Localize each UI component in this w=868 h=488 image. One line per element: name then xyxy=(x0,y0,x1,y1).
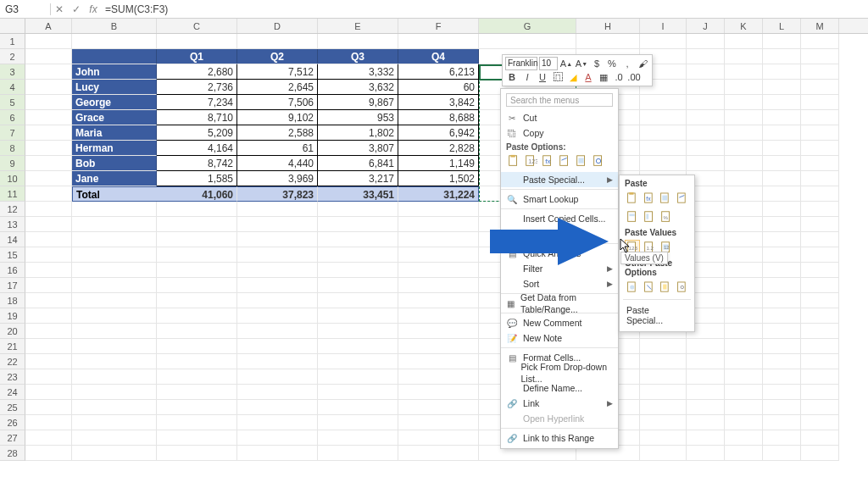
worksheet-grid[interactable]: A B C D E F G H I J K L M 1 2 Q1 Q2 Q3 Q… xyxy=(0,19,868,461)
col-header[interactable]: L xyxy=(763,19,801,33)
menu-new-note[interactable]: 📝New Note xyxy=(501,330,618,346)
menu-link-range[interactable]: 🔗Link to this Range xyxy=(501,430,618,446)
menu-new-comment[interactable]: 💬New Comment xyxy=(501,315,618,330)
underline-icon[interactable]: U xyxy=(536,70,549,84)
row-name[interactable]: George xyxy=(72,95,157,110)
increase-font-icon[interactable]: A▲ xyxy=(559,57,573,70)
data-cell[interactable]: 8,742 xyxy=(157,156,237,171)
row-header[interactable]: 1 xyxy=(0,34,25,49)
row-header[interactable]: 16 xyxy=(0,263,25,278)
data-cell[interactable]: 3,332 xyxy=(318,64,398,80)
select-all-corner[interactable] xyxy=(0,19,25,33)
total-cell[interactable]: 37,823 xyxy=(237,186,318,202)
font-name-select[interactable]: Franklin xyxy=(505,57,537,70)
row-header[interactable]: 3 xyxy=(0,64,25,80)
decrease-decimal-icon[interactable]: .0 xyxy=(612,70,626,84)
data-cell[interactable]: 2,645 xyxy=(237,80,318,95)
data-cell[interactable]: 7,512 xyxy=(237,64,318,80)
row-header[interactable]: 20 xyxy=(0,324,25,339)
paste-option-icon[interactable] xyxy=(574,153,589,169)
row-header[interactable]: 14 xyxy=(0,232,25,247)
data-cell[interactable]: 5,209 xyxy=(157,125,237,141)
row-header[interactable]: 22 xyxy=(0,354,25,369)
font-size-select[interactable]: 10 xyxy=(539,57,558,70)
sm-paste-special[interactable]: Paste Special... xyxy=(623,302,691,329)
row-header[interactable]: 21 xyxy=(0,339,25,354)
col-header[interactable]: K xyxy=(725,19,763,33)
row-header[interactable]: 12 xyxy=(0,202,25,217)
col-header[interactable]: D xyxy=(237,19,318,33)
data-cell[interactable]: 3,842 xyxy=(398,95,479,110)
data-cell[interactable]: 6,841 xyxy=(318,156,398,171)
data-cell[interactable]: 7,234 xyxy=(157,95,237,110)
row-header[interactable]: 2 xyxy=(0,49,25,64)
data-cell[interactable]: 1,802 xyxy=(318,125,398,141)
menu-smart-lookup[interactable]: 🔍Smart Lookup xyxy=(501,191,618,207)
paste-icon[interactable] xyxy=(625,191,640,206)
format-painter-icon[interactable]: 🖌 xyxy=(636,57,649,70)
data-cell[interactable]: 8,688 xyxy=(398,110,479,125)
bold-icon[interactable]: B xyxy=(505,70,519,84)
data-cell[interactable]: 2,736 xyxy=(157,80,237,95)
row-header[interactable]: 7 xyxy=(0,125,25,141)
paste-other-icon[interactable] xyxy=(625,280,640,295)
fx-icon[interactable]: fx xyxy=(85,3,102,15)
paste-option-icon[interactable] xyxy=(591,153,606,169)
menu-paste-special[interactable]: Paste Special...▶ xyxy=(501,172,618,187)
menu-pick-list[interactable]: Pick From Drop-down List... xyxy=(501,365,618,380)
formula-input[interactable]: =SUM(C3:F3) xyxy=(102,3,868,15)
font-color-icon[interactable]: A xyxy=(581,70,595,84)
table-header[interactable]: Q3 xyxy=(318,49,398,64)
paste-icon[interactable] xyxy=(658,191,673,206)
row-header[interactable]: 8 xyxy=(0,141,25,156)
row-header[interactable]: 18 xyxy=(0,293,25,308)
row-header[interactable]: 24 xyxy=(0,385,25,400)
col-header[interactable]: I xyxy=(640,19,687,33)
total-cell[interactable]: 31,224 xyxy=(398,186,479,202)
name-box[interactable]: G3 xyxy=(0,3,51,15)
table-header[interactable]: Q1 xyxy=(157,49,237,64)
merge-icon[interactable]: ⿵ xyxy=(551,70,565,84)
italic-icon[interactable]: I xyxy=(520,70,534,84)
data-cell[interactable]: 9,102 xyxy=(237,110,318,125)
paste-icon[interactable] xyxy=(642,209,657,225)
paste-icon[interactable]: fx xyxy=(642,191,657,206)
increase-decimal-icon[interactable]: .00 xyxy=(627,70,641,84)
row-name[interactable]: Lucy xyxy=(72,80,157,95)
col-header[interactable]: H xyxy=(576,19,640,33)
row-header[interactable]: 25 xyxy=(0,400,25,415)
data-cell[interactable]: 9,867 xyxy=(318,95,398,110)
data-cell[interactable]: 1,585 xyxy=(157,171,237,186)
row-header[interactable]: 27 xyxy=(0,430,25,446)
row-header[interactable]: 10 xyxy=(0,171,25,186)
comma-icon[interactable]: , xyxy=(620,57,634,70)
col-header[interactable]: J xyxy=(687,19,725,33)
col-header[interactable]: A xyxy=(25,19,72,33)
col-header[interactable]: G xyxy=(479,19,576,33)
menu-get-data[interactable]: ▦Get Data from Table/Range... xyxy=(501,296,618,311)
total-label[interactable]: Total xyxy=(72,186,157,202)
row-name[interactable]: Maria xyxy=(72,125,157,141)
data-cell[interactable]: 2,588 xyxy=(237,125,318,141)
row-header[interactable]: 17 xyxy=(0,278,25,293)
menu-cut[interactable]: ✂Cut xyxy=(501,110,618,125)
row-name[interactable]: John xyxy=(72,64,157,80)
menu-search-input[interactable]: Search the menus xyxy=(506,93,613,107)
data-cell[interactable]: 8,710 xyxy=(157,110,237,125)
enter-icon[interactable]: ✓ xyxy=(68,3,85,15)
data-cell[interactable]: 3,632 xyxy=(318,80,398,95)
percent-icon[interactable]: % xyxy=(605,57,619,70)
paste-icon[interactable] xyxy=(675,191,690,206)
data-cell[interactable]: 4,440 xyxy=(237,156,318,171)
row-name[interactable]: Herman xyxy=(72,141,157,156)
menu-copy[interactable]: ⿻Copy xyxy=(501,125,618,141)
paste-option-icon[interactable] xyxy=(557,153,572,169)
col-header[interactable]: M xyxy=(801,19,839,33)
data-cell[interactable]: 61 xyxy=(237,141,318,156)
data-cell[interactable]: 953 xyxy=(318,110,398,125)
row-header[interactable]: 6 xyxy=(0,110,25,125)
menu-link[interactable]: 🔗Link▶ xyxy=(501,396,618,411)
paste-option-icon[interactable]: 123 xyxy=(523,153,538,169)
currency-icon[interactable]: $ xyxy=(590,57,604,70)
paste-other-icon[interactable] xyxy=(675,280,690,295)
